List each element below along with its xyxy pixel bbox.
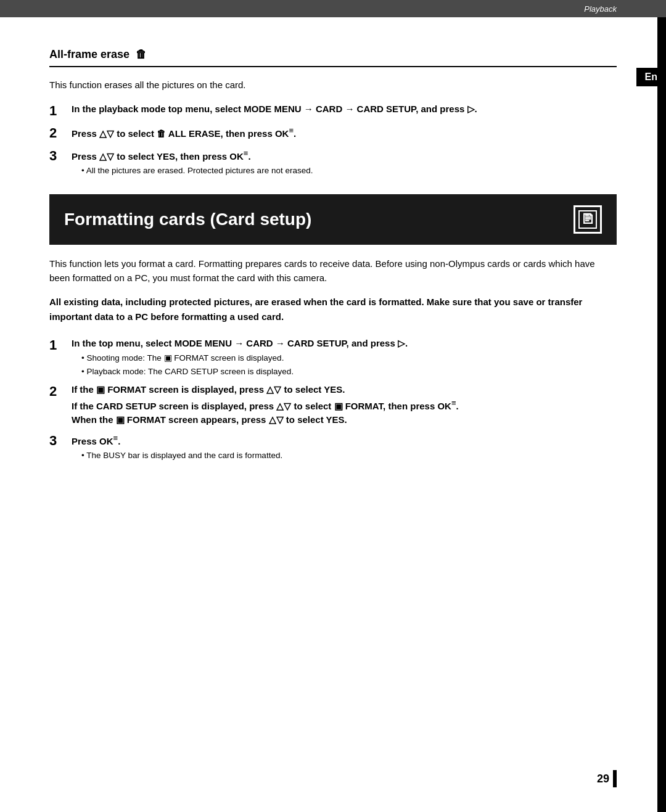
format-icon-inner: 🖹 [578, 210, 597, 229]
top-bar-label: Playback [584, 4, 617, 14]
step-number-2-allframe: 2 [49, 125, 72, 142]
main-content: All-frame erase 🗑 This function erases a… [0, 17, 666, 492]
step-1-allframe: 1 In the playback mode top menu, select … [49, 102, 617, 120]
all-frame-erase-title: All-frame erase 🗑 [49, 48, 147, 61]
right-bar [657, 17, 666, 812]
step-2-formatting-text-3: When the ▣ FORMAT screen appears, press … [72, 414, 347, 425]
step-content-3-allframe: Press △▽ to select YES, then press OK≡. … [72, 147, 617, 178]
step-1-formatting: 1 In the top menu, select MODE MENU → CA… [49, 337, 617, 378]
step-number-1-formatting: 1 [49, 337, 72, 355]
step-content-3-formatting: Press OK≡. The BUSY bar is displayed and… [72, 432, 617, 462]
all-frame-erase-header: All-frame erase 🗑 [49, 48, 617, 67]
formatting-cards-title: Formatting cards (Card setup) [64, 210, 311, 229]
step-3-allframe: 3 Press △▽ to select YES, then press OK≡… [49, 147, 617, 178]
step-1-allframe-text: In the playback mode top menu, select MO… [72, 104, 477, 114]
trash-icon: 🗑 [136, 48, 147, 60]
step-2-formatting: 2 If the ▣ FORMAT screen is displayed, p… [49, 383, 617, 427]
step-3-formatting-text: Press OK≡. [72, 436, 120, 446]
step-content-1-formatting: In the top menu, select MODE MENU → CARD… [72, 337, 617, 378]
step-2-allframe: 2 Press △▽ to select 🗑 ALL ERASE, then p… [49, 125, 617, 142]
step-3-formatting: 3 Press OK≡. The BUSY bar is displayed a… [49, 432, 617, 462]
step-number-1-allframe: 1 [49, 102, 72, 120]
en-badge: En [636, 68, 666, 86]
formatting-cards-header: Formatting cards (Card setup) 🖹 [49, 194, 617, 245]
step-number-3-formatting: 3 [49, 432, 72, 450]
top-bar: Playback [0, 0, 666, 17]
step-content-2-allframe: Press △▽ to select 🗑 ALL ERASE, then pre… [72, 125, 617, 141]
step-3-formatting-bullet: The BUSY bar is displayed and the card i… [81, 449, 617, 462]
step-2-formatting-text-1: If the ▣ FORMAT screen is displayed, pre… [72, 384, 345, 395]
page-container: Playback En All-frame erase 🗑 This funct… [0, 0, 666, 812]
step-1-formatting-bullet-2: Playback mode: The CARD SETUP screen is … [81, 366, 617, 378]
step-number-3-allframe: 3 [49, 147, 72, 165]
page-bar [613, 770, 617, 787]
t-icon: 🖹 [581, 211, 594, 228]
step-3-allframe-text: Press △▽ to select YES, then press OK≡. [72, 151, 251, 162]
step-1-formatting-bullet-1: Shooting mode: The ▣ FORMAT screen is di… [81, 352, 617, 364]
page-number-area: 29 [597, 770, 617, 787]
formatting-cards-intro: This function lets you format a card. Fo… [49, 257, 617, 285]
format-icon-box: 🖹 [574, 205, 602, 234]
step-content-1-allframe: In the playback mode top menu, select MO… [72, 102, 617, 117]
formatting-warning: All existing data, including protected p… [49, 295, 617, 324]
step-3-allframe-bullet: All the pictures are erased. Protected p… [81, 165, 617, 177]
step-1-formatting-text: In the top menu, select MODE MENU → CARD… [72, 338, 408, 348]
step-number-2-formatting: 2 [49, 383, 72, 401]
step-2-allframe-text: Press △▽ to select 🗑 ALL ERASE, then pre… [72, 128, 296, 139]
all-frame-erase-intro: This function erases all the pictures on… [49, 78, 617, 92]
page-number: 29 [597, 773, 609, 785]
step-content-2-formatting: If the ▣ FORMAT screen is displayed, pre… [72, 383, 617, 427]
step-2-formatting-text-2: If the CARD SETUP screen is displayed, p… [72, 401, 459, 411]
